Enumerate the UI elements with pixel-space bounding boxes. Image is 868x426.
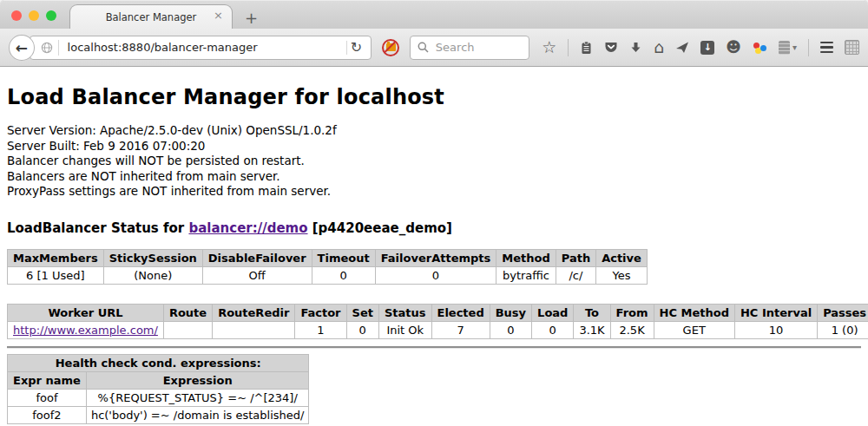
tab-title: Balancer Manager — [106, 11, 197, 23]
column-header: Worker URL — [8, 304, 164, 321]
reload-icon[interactable]: ↻ — [346, 41, 365, 55]
search-icon — [418, 42, 429, 53]
health-table-title: Health check cond. expressions: — [8, 354, 309, 371]
cell: 2.5K — [610, 321, 654, 338]
close-window-button[interactable] — [11, 10, 22, 21]
column-header: Timeout — [312, 249, 375, 266]
grid-extension-icon[interactable] — [845, 40, 859, 55]
column-header: Busy — [490, 304, 531, 321]
balancer-settings-table: MaxMembers StickySession DisableFailover… — [7, 249, 648, 285]
worker-url-link[interactable]: http://www.example.com/ — [13, 324, 158, 337]
send-plane-icon[interactable] — [675, 41, 689, 54]
cell: 10 — [734, 321, 817, 338]
download-badge-icon[interactable]: ↓ — [700, 41, 714, 55]
cell — [163, 321, 212, 338]
column-header: Factor — [295, 304, 346, 321]
column-header: HC Method — [654, 304, 734, 321]
cell: 0 — [346, 321, 378, 338]
page-title: Load Balancer Manager for localhost — [7, 85, 861, 109]
cell: Yes — [596, 266, 648, 284]
column-header: StickySession — [103, 249, 202, 266]
cell: /c/ — [556, 266, 595, 284]
proxypass-notice-line: ProxyPass settings are NOT inherited fro… — [7, 184, 861, 200]
downloads-icon[interactable] — [629, 41, 642, 54]
toolbar-divider — [568, 39, 569, 56]
cell: (None) — [103, 266, 202, 284]
cell: 6 [1 Used] — [8, 266, 104, 284]
search-bar[interactable] — [410, 36, 529, 60]
cell: bytraffic — [496, 266, 556, 284]
site-identity-globe-icon[interactable] — [41, 42, 53, 54]
colored-dots-extension-icon[interactable] — [753, 41, 767, 55]
notebook-extension-icon[interactable]: ▾ — [779, 41, 797, 55]
table-row: http://www.example.com/ 1 0 Init Ok 7 0 … — [8, 321, 868, 338]
cell: 0 — [375, 266, 496, 284]
toolbar-divider — [808, 39, 809, 56]
table-row: foof2 hc('body') =~ /domain is establish… — [8, 406, 309, 423]
balancer-demo-link[interactable]: balancer://demo — [188, 220, 307, 236]
home-icon[interactable]: ⌂ — [654, 39, 664, 56]
health-check-table: Health check cond. expressions: Expr nam… — [7, 354, 309, 424]
menu-icon[interactable] — [820, 42, 833, 54]
column-header: RouteRedir — [213, 304, 295, 321]
tab-bar: Balancer Manager × + — [0, 0, 868, 29]
browser-tab[interactable]: Balancer Manager × — [69, 4, 233, 29]
column-header: HC Interval — [734, 304, 817, 321]
cell: Init Ok — [378, 321, 431, 338]
plugin-blocked-icon[interactable] — [381, 38, 400, 57]
zoom-window-button[interactable] — [46, 10, 56, 21]
column-header: Expression — [86, 371, 309, 389]
chevron-down-icon: ▾ — [792, 43, 797, 52]
cell: 0 — [490, 321, 531, 338]
cell: hc('body') =~ /domain is established/ — [86, 406, 309, 423]
table-header-row: Worker URL Route RouteRedir Factor Set S… — [8, 304, 868, 321]
browser-window: Balancer Manager × + ← ↻ ☆ — [0, 0, 868, 426]
cell: Off — [202, 266, 312, 284]
column-header: Passes — [818, 304, 868, 321]
minimize-window-button[interactable] — [29, 10, 39, 21]
table-row: 6 [1 Used] (None) Off 0 0 bytraffic /c/ … — [8, 266, 648, 284]
column-header: From — [610, 304, 654, 321]
window-controls — [11, 10, 56, 21]
cell: 0 — [312, 266, 375, 284]
column-header: Path — [556, 249, 595, 266]
notebook-pad-icon — [779, 41, 790, 55]
search-input[interactable] — [434, 40, 522, 55]
column-header: To — [574, 304, 610, 321]
cell: 1 — [295, 321, 346, 338]
pocket-icon[interactable] — [604, 41, 618, 54]
cell: 1 (0) — [818, 321, 868, 338]
heading-prefix: LoadBalancer Status for — [7, 220, 188, 236]
heading-suffix: [p4420eeae_demo] — [308, 220, 452, 236]
url-input[interactable] — [66, 40, 346, 55]
cell: foof — [8, 389, 87, 406]
column-header: Status — [378, 304, 431, 321]
table-header-row: Expr name Expression — [8, 371, 309, 389]
table-header-row: Health check cond. expressions: — [8, 354, 309, 371]
new-tab-button[interactable]: + — [245, 10, 258, 26]
server-version-line: Server Version: Apache/2.5.0-dev (Unix) … — [7, 123, 861, 139]
clipboard-icon[interactable] — [580, 41, 593, 55]
toolbar-buttons: ☆ ⌂ ↓ ☻ ▾ — [542, 39, 859, 56]
column-header: Load — [532, 304, 574, 321]
cell: 7 — [431, 321, 490, 338]
bookmark-star-icon[interactable]: ☆ — [542, 39, 556, 56]
persist-notice-line: Balancer changes will NOT be persisted o… — [7, 154, 861, 169]
cell: %{REQUEST_STATUS} =~ /^[234]/ — [86, 389, 309, 406]
column-header: MaxMembers — [8, 249, 104, 266]
column-header: DisableFailover — [202, 249, 312, 266]
table-header-row: MaxMembers StickySession DisableFailover… — [8, 249, 648, 266]
column-header: Route — [163, 304, 212, 321]
balancers-notice-line: Balancers are NOT inherited from main se… — [7, 169, 861, 185]
cell: foof2 — [8, 406, 87, 423]
column-header: Method — [496, 249, 556, 266]
column-header: Elected — [431, 304, 490, 321]
worker-status-table: Worker URL Route RouteRedir Factor Set S… — [7, 304, 868, 339]
smiley-icon[interactable]: ☻ — [726, 40, 741, 55]
back-button[interactable]: ← — [9, 35, 35, 61]
urlbar-divider — [58, 40, 59, 56]
tab-close-icon[interactable]: × — [214, 10, 223, 21]
column-header: Set — [346, 304, 378, 321]
url-bar[interactable]: ↻ — [30, 36, 372, 60]
navigation-toolbar: ← ↻ ☆ — [0, 29, 868, 67]
